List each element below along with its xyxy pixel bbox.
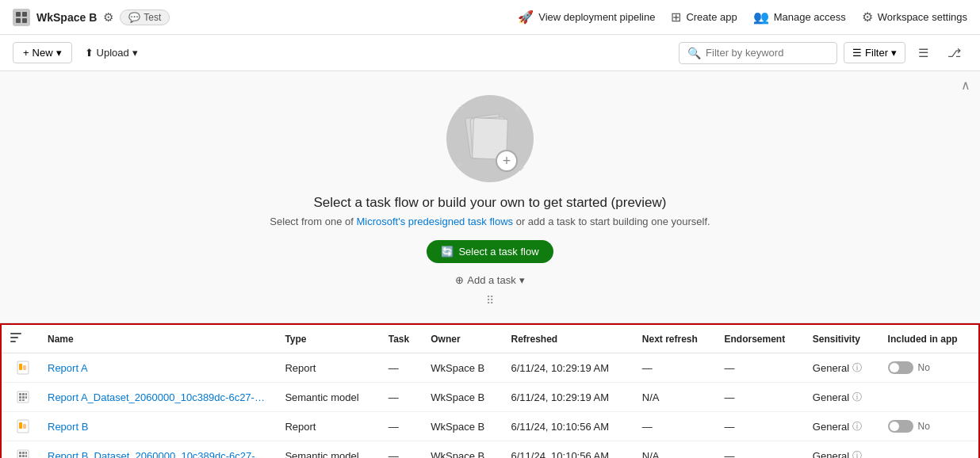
select-task-label: Select a task flow	[458, 246, 538, 258]
new-plus-icon: +	[23, 47, 29, 59]
collapse-button[interactable]: ∧	[961, 78, 970, 93]
sparkle-bl-icon: ✦	[454, 158, 464, 171]
row-task: —	[381, 412, 423, 441]
upload-chevron-icon: ▾	[132, 47, 138, 59]
included-toggle[interactable]	[888, 361, 913, 374]
table-header: Name Type Task Owner Refreshed Next refr…	[2, 325, 978, 353]
filter-chevron-icon: ▾	[891, 47, 897, 59]
report-icon	[14, 418, 32, 435]
row-owner: WkSpace B	[423, 353, 503, 383]
table-row: Report AReport—WkSpace B6/11/24, 10:29:1…	[2, 353, 978, 383]
row-included-in-app	[880, 383, 978, 412]
svg-rect-26	[19, 455, 21, 457]
view-toggle-button[interactable]: ☰	[912, 42, 935, 64]
sensitivity-info-icon[interactable]: ⓘ	[852, 449, 862, 459]
create-app-button[interactable]: ⊞ Create app	[671, 10, 737, 25]
row-refreshed: 6/11/24, 10:29:19 AM	[503, 353, 634, 383]
view-deployment-button[interactable]: 🚀 View deployment pipeline	[518, 10, 655, 25]
microsoft-link[interactable]: Microsoft's predesigned task flows	[356, 216, 513, 227]
svg-rect-1	[22, 12, 27, 17]
row-name[interactable]: Report A_Dataset_2060000_10c389dc-6c27-e…	[40, 383, 277, 412]
row-type: Report	[277, 412, 380, 441]
taskflow-section: ∧ ✦ ✦ ✦ ✦ + Select a task flow or build …	[0, 71, 980, 323]
row-name[interactable]: Report A	[40, 353, 277, 383]
workspace-settings-button[interactable]: ⚙ Workspace settings	[862, 10, 967, 25]
create-app-icon: ⊞	[671, 10, 681, 25]
svg-rect-2	[16, 18, 21, 23]
row-owner: WkSpace B	[423, 383, 503, 412]
test-badge-label: Test	[144, 12, 161, 23]
sensitivity-info-icon[interactable]: ⓘ	[852, 391, 862, 404]
row-included-in-app	[880, 441, 978, 459]
row-endorsement: —	[717, 353, 805, 383]
row-icon-cell	[2, 412, 40, 441]
sensitivity-value: General	[813, 391, 849, 403]
svg-rect-21	[23, 424, 26, 429]
row-endorsement: —	[717, 441, 805, 459]
svg-rect-9	[23, 365, 26, 370]
filter-button[interactable]: ☰ Filter ▾	[844, 42, 905, 63]
row-task: —	[381, 441, 423, 459]
workspace-icon	[13, 9, 30, 26]
row-type: Semantic model	[277, 441, 380, 459]
row-next-refresh: —	[634, 412, 717, 441]
select-task-button[interactable]: 🔄 Select a task flow	[427, 240, 553, 263]
share-button[interactable]: ⎇	[941, 42, 967, 64]
filter-label: Filter	[865, 47, 888, 59]
svg-rect-16	[25, 396, 27, 399]
row-sensitivity: General ⓘ	[805, 383, 880, 412]
row-icon-cell	[2, 383, 40, 412]
create-app-label: Create app	[686, 11, 737, 23]
row-name[interactable]: Report B	[40, 412, 277, 441]
th-type: Type	[277, 325, 380, 353]
report-icon	[14, 359, 32, 376]
th-owner: Owner	[423, 325, 503, 353]
svg-rect-13	[25, 393, 27, 395]
workspace-settings-icon[interactable]: ⚙	[103, 10, 113, 25]
toggle-knob	[890, 422, 899, 431]
ws-settings-icon: ⚙	[862, 10, 873, 25]
th-included-in-app: Included in app	[880, 325, 978, 353]
dataset-icon	[14, 388, 32, 406]
toggle-label: No	[918, 421, 930, 432]
dataset-icon	[14, 447, 32, 458]
th-refreshed: Refreshed	[503, 325, 634, 353]
upload-button[interactable]: ⬆ Upload ▾	[78, 43, 144, 63]
table-row: Report B_Dataset_2060000_10c389dc-6c27-e…	[2, 441, 978, 459]
main-area: ∧ ✦ ✦ ✦ ✦ + Select a task flow or build …	[0, 71, 980, 458]
th-task: Task	[381, 325, 423, 353]
add-task-label: Add a task	[467, 274, 515, 286]
drag-handle[interactable]: ⠿	[486, 294, 494, 307]
new-button[interactable]: + New ▾	[13, 42, 72, 63]
row-included-in-app: No	[880, 412, 978, 441]
add-task-chevron-icon: ▾	[519, 274, 525, 286]
row-included-in-app: No	[880, 353, 978, 383]
svg-rect-17	[19, 399, 21, 401]
sensitivity-info-icon[interactable]: ⓘ	[852, 420, 862, 433]
content-table: Name Type Task Owner Refreshed Next refr…	[2, 325, 978, 458]
sensitivity-value: General	[813, 421, 849, 433]
row-name[interactable]: Report B_Dataset_2060000_10c389dc-6c27-e…	[40, 441, 277, 459]
search-input[interactable]	[706, 47, 829, 59]
taskflow-icon-container: ✦ ✦ ✦ ✦ +	[446, 95, 534, 182]
row-task: —	[381, 353, 423, 383]
test-badge-icon: 💬	[128, 12, 140, 23]
manage-access-label: Manage access	[774, 11, 846, 23]
svg-rect-12	[22, 393, 25, 395]
row-icon-cell	[2, 441, 40, 459]
th-icon	[2, 325, 40, 353]
manage-access-button[interactable]: 👥 Manage access	[753, 10, 846, 25]
row-endorsement: —	[717, 412, 805, 441]
svg-rect-25	[25, 452, 27, 454]
svg-rect-11	[19, 393, 21, 395]
deployment-icon: 🚀	[518, 10, 534, 25]
svg-rect-6	[10, 341, 16, 342]
included-toggle[interactable]	[888, 420, 913, 433]
add-task-plus-icon: ⊕	[455, 274, 464, 286]
taskflow-pages: +	[470, 118, 510, 166]
add-task-button[interactable]: ⊕ Add a task ▾	[449, 271, 530, 289]
sensitivity-info-icon[interactable]: ⓘ	[852, 361, 862, 375]
svg-rect-24	[22, 452, 25, 454]
svg-rect-15	[22, 396, 25, 399]
row-endorsement: —	[717, 383, 805, 412]
